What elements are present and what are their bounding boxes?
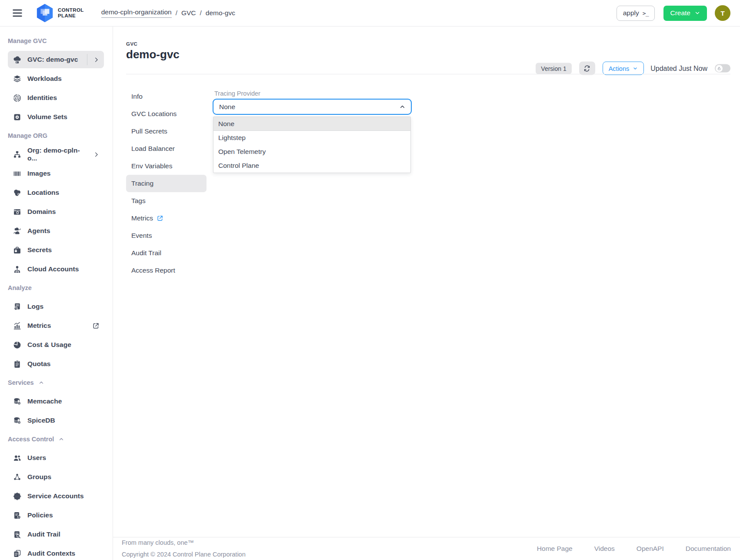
database-gear-icon [13,397,22,406]
actions-button[interactable]: Actions [603,62,644,75]
breadcrumb-org[interactable]: demo-cpln-organization [101,8,172,18]
tracing-form: Tracing Provider None None Lightstep Ope… [213,90,412,173]
updated-status-text: Updated Just Now [650,64,707,72]
control-plane-logo[interactable]: CONTROLPLANE [36,3,84,23]
sidebar-item-cloud-accounts[interactable]: Cloud Accounts [8,260,104,279]
chevron-right-icon[interactable] [93,57,100,63]
section-header-manage-gvc: Manage GVC [8,32,104,50]
sidebar-item-service-accounts[interactable]: API Service Accounts [8,487,104,506]
subnav-item-events[interactable]: Events [126,227,207,244]
sidebar-item-audit-contexts[interactable]: Audit Contexts [8,544,104,560]
section-header-manage-org: Manage ORG [8,127,104,145]
globe-cluster-icon [13,188,22,197]
sidebar-item-secrets[interactable]: Secrets [8,240,104,260]
subnav-item-audit-trail[interactable]: Audit Trail [126,244,207,262]
subnav-item-pull-secrets[interactable]: Pull Secrets [126,123,207,140]
breadcrumb-demo-gvc[interactable]: demo-gvc [206,9,235,17]
refresh-button[interactable] [579,62,595,75]
sidebar-item-policies[interactable]: Policies [8,506,104,525]
sidebar-item-users[interactable]: Users [8,448,104,467]
section-header-access-control[interactable]: Access Control [8,430,104,448]
chevron-down-icon [633,66,638,71]
external-link-icon [92,322,100,330]
chevron-down-icon [694,10,700,16]
select-value: None [219,103,235,111]
sidebar: Manage GVC GVC: demo-gvc Workloads Ident… [0,27,113,560]
documents-icon [13,549,22,558]
sidebar-item-volume-sets[interactable]: Volume Sets [8,107,104,127]
svg-text:API: API [15,495,20,497]
sidebar-item-cost-usage[interactable]: Cost & Usage [8,335,104,354]
subnav-item-gvc-locations[interactable]: GVC Locations [126,105,207,123]
sidebar-item-domains[interactable]: Domains [8,202,104,221]
users-icon [13,453,22,463]
tracing-provider-menu: None Lightstep Open Telemetry Control Pl… [213,117,411,173]
gvc-icon [13,55,22,64]
breadcrumb-separator: / [176,9,177,17]
create-label: Create [670,9,690,17]
subnav-item-tags[interactable]: Tags [126,192,207,210]
breadcrumb-gvc[interactable]: GVC [181,9,196,17]
subnav-item-tracing[interactable]: Tracing [126,175,207,192]
sidebar-item-quotas[interactable]: Quotas [8,354,104,373]
breadcrumb-separator: / [200,9,202,17]
sidebar-item-agents[interactable]: Agents [8,221,104,240]
subnav-item-env-variables[interactable]: Env Variables [126,157,207,175]
database-gear-icon [13,416,22,425]
network-user-icon [13,265,22,274]
layers-icon [13,74,22,83]
sidebar-item-audit-trail[interactable]: Audit Trail [8,525,104,544]
clipboard-icon [13,360,22,369]
document-shield-icon [13,511,22,520]
api-badge-icon: API [13,492,22,501]
user-avatar[interactable]: T [715,5,730,21]
chevron-up-icon [399,103,406,110]
document-search-icon [13,530,22,539]
browser-window-icon [13,207,22,217]
chevron-right-icon[interactable] [93,151,100,158]
apply-button[interactable]: apply >_ [617,6,655,21]
footer-link-videos[interactable]: Videos [594,545,615,553]
menu-option-open-telemetry[interactable]: Open Telemetry [213,145,410,159]
sidebar-item-locations[interactable]: Locations [8,183,104,202]
sidebar-item-groups[interactable]: Groups [8,467,104,487]
hamburger-menu-icon[interactable] [11,7,23,19]
lock-icon [717,66,721,70]
subnav: Info GVC Locations Pull Secrets Load Bal… [126,88,207,279]
menu-option-control-plane[interactable]: Control Plane [213,159,410,173]
footer-copyright: Copyright © 2024 Control Plane Corporati… [122,549,246,560]
sidebar-item-workloads[interactable]: Workloads [8,69,104,88]
menu-option-lightstep[interactable]: Lightstep [213,131,410,145]
subnav-item-metrics[interactable]: Metrics [126,210,207,227]
lock-toggle[interactable] [715,64,730,73]
resource-kind-label: GVC [126,41,730,47]
refresh-icon [583,64,591,72]
tracing-provider-label: Tracing Provider [213,90,412,97]
section-header-services[interactable]: Services [8,373,104,392]
sidebar-item-gvc-demo-gvc[interactable]: GVC: demo-gvc [8,51,104,68]
footer-link-documentation[interactable]: Documentation [686,545,731,553]
footer-link-openapi[interactable]: OpenAPI [637,545,664,553]
menu-option-none[interactable]: None [213,117,410,131]
clouds-sync-icon [13,227,22,236]
sidebar-item-org[interactable]: Org: demo-cpln-o... [8,145,104,164]
footer-link-home-page[interactable]: Home Page [537,545,573,553]
logo-hexagon-icon [36,3,54,23]
main-content: GVC demo-gvc Version 1 Actions Updated J… [113,27,740,537]
apply-label: apply [623,9,639,17]
sidebar-item-spicedb[interactable]: SpiceDB [8,411,104,430]
subnav-item-load-balancer[interactable]: Load Balancer [126,140,207,157]
sidebar-item-logs[interactable]: Logs [8,297,104,316]
footer-tagline: From many clouds, one™ [122,537,246,549]
subnav-item-access-report[interactable]: Access Report [126,262,207,279]
barcode-icon [13,169,22,178]
pie-chart-icon [13,340,22,350]
tracing-provider-select[interactable]: None [213,99,412,115]
sidebar-item-metrics[interactable]: Metrics [8,316,104,335]
create-button[interactable]: Create [663,6,707,21]
subnav-item-info[interactable]: Info [126,88,207,105]
sidebar-item-images[interactable]: Images [8,164,104,183]
sidebar-item-identities[interactable]: Identities [8,88,104,107]
sidebar-item-memcache[interactable]: Memcache [8,392,104,411]
page-header: GVC demo-gvc Version 1 Actions Updated J… [113,27,740,74]
